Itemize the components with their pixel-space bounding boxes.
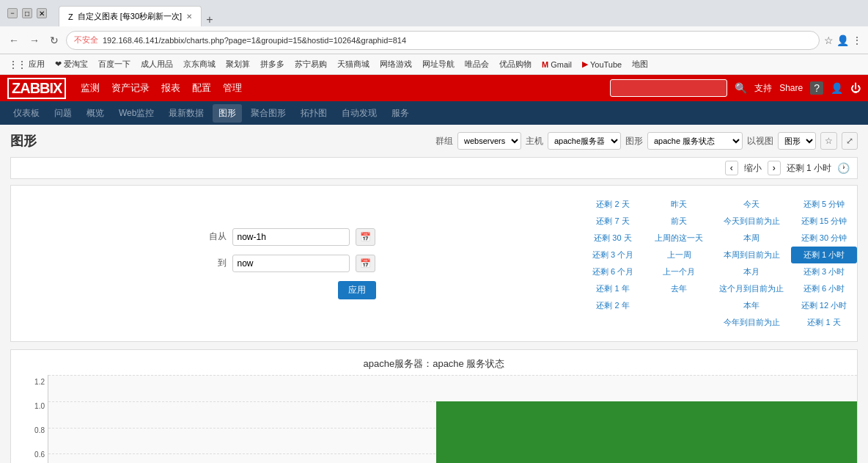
bookmark-taobao[interactable]: ❤ 爱淘宝 <box>51 57 92 71</box>
qt-last-year[interactable]: 去年 <box>646 280 712 297</box>
search-icon[interactable]: 🔍 <box>735 82 747 94</box>
tab-close-button[interactable]: ✕ <box>186 12 192 21</box>
qt-this-year[interactable]: 本年 <box>712 297 791 314</box>
qt-1year[interactable]: 还剩 1 年 <box>580 280 646 297</box>
bookmark-tmall[interactable]: 天猫商城 <box>333 57 374 71</box>
view-filter-select[interactable]: 图形 <box>778 132 816 150</box>
graph-filter-select[interactable]: apache 服务状态 <box>647 132 743 150</box>
close-button[interactable]: ✕ <box>37 8 47 18</box>
subnav-problems[interactable]: 问题 <box>48 104 78 123</box>
qt-this-week-so-far[interactable]: 本周到目前为止 <box>712 247 791 263</box>
qt-last-week[interactable]: 上一周 <box>646 247 712 263</box>
qt-today[interactable]: 今天 <box>712 196 791 213</box>
bookmark-games[interactable]: 网络游戏 <box>375 57 416 71</box>
qt-30days[interactable]: 还剩 30 天 <box>580 230 646 247</box>
logout-icon[interactable]: ⏻ <box>850 82 861 94</box>
qt-2daysago[interactable]: 前天 <box>646 213 712 230</box>
share-btn[interactable]: Share <box>779 83 803 93</box>
nav-config[interactable]: 配置 <box>192 81 211 95</box>
qt-this-week[interactable]: 本周 <box>712 230 791 247</box>
subnav-overview[interactable]: 概览 <box>81 104 110 123</box>
nav-reports[interactable]: 报表 <box>161 81 180 95</box>
subnav-latest[interactable]: 最新数据 <box>163 104 210 123</box>
zabbix-logo[interactable]: ZABBIX <box>7 78 66 99</box>
bookmark-apps[interactable]: ⋮⋮ 应用 <box>4 57 49 71</box>
url-bar[interactable]: 不安全 192.168.46.141/zabbix/charts.php?pag… <box>66 31 820 50</box>
qt-this-year-so-far[interactable]: 今年到目前为止 <box>712 314 791 331</box>
bookmark-gmail[interactable]: M Gmail <box>537 59 576 70</box>
subnav-web[interactable]: Web监控 <box>113 104 160 123</box>
qt-12hours[interactable]: 还剩 12 小时 <box>791 297 857 314</box>
active-tab[interactable]: Z 自定义图表 [每30秒刷新一次] ✕ <box>59 6 202 26</box>
more-icon[interactable]: ⋮ <box>852 34 862 46</box>
nav-admin[interactable]: 管理 <box>223 81 242 95</box>
qt-today-so-far[interactable]: 今天到目前为止 <box>712 213 791 230</box>
from-calendar-button[interactable]: 📅 <box>356 228 375 246</box>
bookmark-youpin[interactable]: 优品购物 <box>495 57 536 71</box>
bookmark-maps[interactable]: 地图 <box>628 57 652 71</box>
window-controls: － □ ✕ <box>7 8 47 18</box>
bookmark-games-label: 网络游戏 <box>380 59 412 70</box>
bookmark-jd[interactable]: 京东商城 <box>179 57 220 71</box>
qt-2days[interactable]: 还剩 2 天 <box>580 196 646 213</box>
bookmark-juhua[interactable]: 聚划算 <box>221 57 254 71</box>
maximize-button[interactable]: □ <box>22 8 32 18</box>
bookmark-star-icon[interactable]: ☆ <box>824 34 834 46</box>
user-icon[interactable]: 👤 <box>831 82 843 94</box>
qt-last-month[interactable]: 上一个月 <box>646 263 712 280</box>
subnav-aggregate[interactable]: 聚合图形 <box>245 104 292 123</box>
star-button[interactable]: ☆ <box>820 132 837 150</box>
minimize-button[interactable]: － <box>7 8 18 18</box>
qt-30min[interactable]: 还剩 30 分钟 <box>791 230 857 247</box>
bookmark-suning[interactable]: 苏宁易购 <box>290 57 331 71</box>
bookmark-youtube[interactable]: ▶ YouTube <box>578 58 626 70</box>
host-filter-select[interactable]: apache服务器 <box>548 132 621 150</box>
qt-last-week-today[interactable]: 上周的这一天 <box>646 230 712 247</box>
qt-this-month[interactable]: 本月 <box>712 263 791 280</box>
group-filter-select[interactable]: webservers <box>457 132 521 150</box>
qt-3months[interactable]: 还剩 3 个月 <box>580 247 646 263</box>
subnav-dashboard[interactable]: 仪表板 <box>7 104 45 123</box>
apply-button[interactable]: 应用 <box>338 281 376 299</box>
help-btn[interactable]: ? <box>810 81 823 95</box>
qt-2years[interactable]: 还剩 2 年 <box>580 297 646 314</box>
bookmark-vip[interactable]: 唯品会 <box>460 57 493 71</box>
prev-time-button[interactable]: ‹ <box>725 161 738 175</box>
expand-button[interactable]: ⤢ <box>842 132 858 150</box>
bookmark-youtube-label: YouTube <box>590 60 622 69</box>
qt-1day[interactable]: 还剩 1 天 <box>791 314 857 331</box>
bookmark-pdd[interactable]: 拼多多 <box>256 57 289 71</box>
subnav-services[interactable]: 服务 <box>386 104 415 123</box>
support-btn[interactable]: 支持 <box>754 82 772 95</box>
quick-col-4: 还剩 5 分钟 还剩 15 分钟 还剩 30 分钟 还剩 1 小时 还剩 3 小… <box>791 196 857 331</box>
qt-3hours[interactable]: 还剩 3 小时 <box>791 263 857 280</box>
qt-1hour[interactable]: 还剩 1 小时 <box>791 247 857 263</box>
clock-icon[interactable]: 🕐 <box>837 162 850 174</box>
qt-6hours[interactable]: 还剩 6 小时 <box>791 280 857 297</box>
qt-yesterday[interactable]: 昨天 <box>646 196 712 213</box>
qt-7days[interactable]: 还剩 7 天 <box>580 213 646 230</box>
bookmark-baidu[interactable]: 百度一下 <box>94 57 135 71</box>
new-tab-button[interactable]: + <box>202 13 217 26</box>
forward-button[interactable]: → <box>26 33 43 48</box>
from-input[interactable] <box>232 228 350 246</box>
back-button[interactable]: ← <box>6 33 22 48</box>
search-input[interactable] <box>610 79 727 97</box>
bookmark-taobao-label: ❤ 爱淘宝 <box>55 59 88 70</box>
subnav-topology[interactable]: 拓扑图 <box>295 104 333 123</box>
reload-button[interactable]: ↻ <box>47 33 62 48</box>
nav-assets[interactable]: 资产记录 <box>111 81 150 95</box>
bookmark-nav[interactable]: 网址导航 <box>418 57 459 71</box>
to-input[interactable] <box>232 255 350 272</box>
qt-6months[interactable]: 还剩 6 个月 <box>580 263 646 280</box>
qt-5min[interactable]: 还剩 5 分钟 <box>791 196 857 213</box>
next-time-button[interactable]: › <box>768 161 781 175</box>
qt-this-month-so-far[interactable]: 这个月到目前为止 <box>712 280 791 297</box>
qt-15min[interactable]: 还剩 15 分钟 <box>791 213 857 230</box>
account-icon[interactable]: 👤 <box>836 34 849 46</box>
to-calendar-button[interactable]: 📅 <box>356 255 375 272</box>
nav-monitoring[interactable]: 监测 <box>81 81 100 95</box>
subnav-discovery[interactable]: 自动发现 <box>336 104 383 123</box>
bookmark-adult[interactable]: 成人用品 <box>136 57 177 71</box>
subnav-graphs[interactable]: 图形 <box>213 104 242 123</box>
